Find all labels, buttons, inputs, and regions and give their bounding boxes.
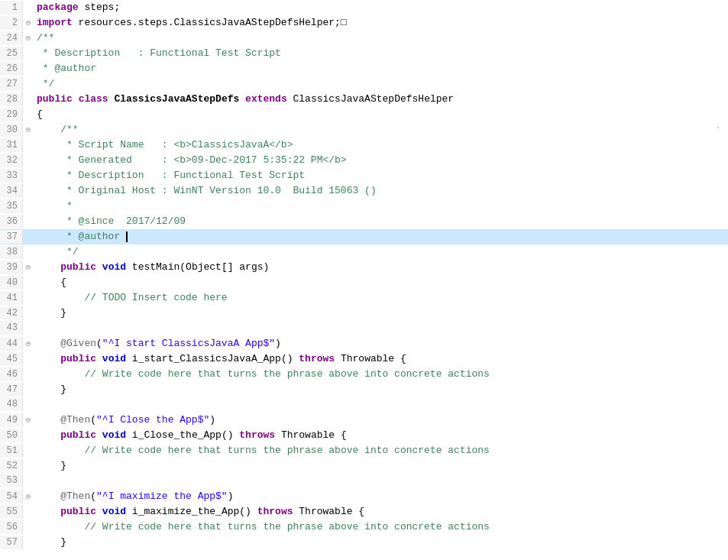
token-plain: testMain(Object[] args)	[126, 261, 269, 273]
token-kw: public	[60, 261, 96, 273]
code-content[interactable]: public void i_maximize_the_App() throws …	[34, 504, 728, 520]
code-content[interactable]: *	[34, 199, 728, 214]
code-line: 50 public void i_Close_the_App() throws …	[0, 428, 728, 443]
code-line: 49⊖ @Then("^I Close the App$")	[0, 413, 728, 428]
line-number: 57	[0, 536, 23, 549]
code-content[interactable]: }	[34, 458, 728, 474]
fold-indicator[interactable]: ⊖	[23, 125, 34, 136]
token-plain: resources.steps.ClassicsJavaAStepDefsHel…	[73, 17, 347, 28]
token-plain	[239, 93, 245, 105]
fold-indicator[interactable]: ⊖	[23, 491, 34, 503]
code-line: 42 }	[0, 306, 728, 321]
code-line: 43	[0, 321, 728, 336]
token-plain	[37, 261, 60, 273]
token-plain	[37, 445, 84, 456]
code-content[interactable]: public void i_Close_the_App() throws Thr…	[34, 428, 728, 443]
code-content[interactable]: // Write code here that turns the phrase…	[34, 443, 728, 458]
token-plain	[37, 231, 66, 242]
token-string: "^I Close the App$"	[96, 414, 209, 426]
token-kw: extends	[245, 93, 287, 105]
line-number: 49	[0, 413, 23, 427]
token-plain	[37, 353, 60, 364]
token-comment: * Original Host : WinNT Version 10.0 Bui…	[66, 185, 377, 196]
code-content[interactable]: /**	[34, 122, 728, 138]
token-plain	[37, 246, 66, 257]
token-plain: }	[37, 307, 66, 319]
code-content[interactable]: */	[34, 244, 728, 260]
token-comment: // Write code here that turns the phrase…	[84, 445, 490, 456]
token-plain	[96, 353, 102, 364]
token-plain: ClassicsJavaAStepDefsHelper	[287, 93, 454, 105]
code-content[interactable]: public void i_start_ClassicsJavaA_App() …	[34, 351, 728, 367]
code-content[interactable]: }	[34, 535, 728, 550]
code-content[interactable]: */	[34, 76, 728, 92]
code-line: 34 * Original Host : WinNT Version 10.0 …	[0, 183, 728, 199]
fold-indicator[interactable]: ⊖	[23, 33, 34, 44]
code-line: 48	[0, 397, 728, 413]
token-comment: *	[66, 200, 73, 212]
token-comment: /**	[60, 124, 78, 135]
code-content[interactable]: * @author	[34, 61, 728, 76]
code-content[interactable]: * Description : Functional Test Script	[34, 168, 728, 183]
token-comment: /**	[37, 32, 54, 44]
token-kw: public	[37, 93, 73, 105]
code-content[interactable]: public void testMain(Object[] args)	[34, 260, 728, 275]
fold-indicator[interactable]: ⊖	[23, 338, 34, 350]
line-number: 54	[0, 490, 23, 503]
token-plain	[37, 154, 66, 166]
token-kw2: void	[102, 506, 126, 517]
code-content[interactable]: @Then("^I maximize the App$")	[34, 489, 728, 504]
code-line: 39⊖ public void testMain(Object[] args)	[0, 260, 728, 275]
code-content[interactable]: {	[34, 275, 728, 290]
code-content[interactable]: {	[34, 107, 728, 122]
code-content[interactable]: import resources.steps.ClassicsJavaAStep…	[34, 15, 728, 31]
code-content[interactable]: @Given("^I start ClassicsJavaA App$")	[34, 336, 728, 351]
token-plain	[37, 139, 66, 151]
token-comment: */	[37, 78, 54, 89]
line-number: 42	[0, 306, 23, 320]
code-content[interactable]: @Then("^I Close the App$")	[34, 413, 728, 428]
code-content[interactable]: }	[34, 382, 728, 397]
code-editor[interactable]: 1package steps;2⊖import resources.steps.…	[0, 0, 728, 560]
line-number: 37	[0, 230, 23, 244]
token-plain: )	[209, 414, 215, 426]
code-content[interactable]: * Generated : <b>09-Dec-2017 5:35:22 PM<…	[34, 153, 728, 168]
line-number: 33	[0, 169, 23, 183]
code-content[interactable]: // TODO Insert code here	[34, 290, 728, 306]
token-comment: */	[66, 246, 79, 257]
code-line: 38 */	[0, 244, 728, 260]
fold-indicator[interactable]: ⊖	[23, 18, 34, 29]
line-number: 2	[0, 16, 23, 30]
code-content[interactable]: }	[34, 306, 728, 321]
code-content[interactable]: public class ClassicsJavaAStepDefs exten…	[34, 92, 728, 107]
token-plain: )	[228, 490, 234, 502]
token-plain	[37, 292, 84, 303]
token-string: "^I start ClassicsJavaA App$"	[102, 338, 275, 349]
token-plain	[37, 368, 84, 380]
code-content[interactable]: * Original Host : WinNT Version 10.0 Bui…	[34, 183, 728, 199]
code-content[interactable]: /**	[34, 31, 728, 46]
code-content[interactable]: // Write code here that turns the phrase…	[34, 367, 728, 382]
code-line: 30⊖ /**·	[0, 122, 728, 138]
fold-indicator[interactable]: ⊖	[23, 262, 34, 274]
fold-indicator[interactable]: ⊖	[23, 415, 34, 426]
line-number: 41	[0, 291, 23, 305]
line-number: 35	[0, 199, 23, 213]
code-content[interactable]: * @author	[34, 229, 728, 244]
line-number: 44	[0, 337, 23, 351]
code-content[interactable]: // Write code here that turns the phrase…	[34, 520, 728, 535]
code-content[interactable]: * Description : Functional Test Script	[34, 46, 728, 61]
token-plain	[37, 429, 60, 441]
token-comment: * Description : Functional Test Script	[66, 170, 305, 181]
code-line: 54⊖ @Then("^I maximize the App$")	[0, 489, 728, 504]
code-line: 44⊖ @Given("^I start ClassicsJavaA App$"…	[0, 336, 728, 351]
code-content[interactable]: * @since 2017/12/09	[34, 214, 728, 229]
token-plain	[96, 261, 102, 273]
text-cursor	[126, 231, 128, 242]
code-content[interactable]: package steps;	[34, 0, 728, 15]
line-dot-indicator: ·	[716, 122, 720, 134]
token-plain	[37, 338, 60, 349]
token-plain: }	[37, 460, 66, 471]
code-content[interactable]: * Script Name : <b>ClassicsJavaA</b>	[34, 138, 728, 153]
line-number: 28	[0, 92, 23, 106]
